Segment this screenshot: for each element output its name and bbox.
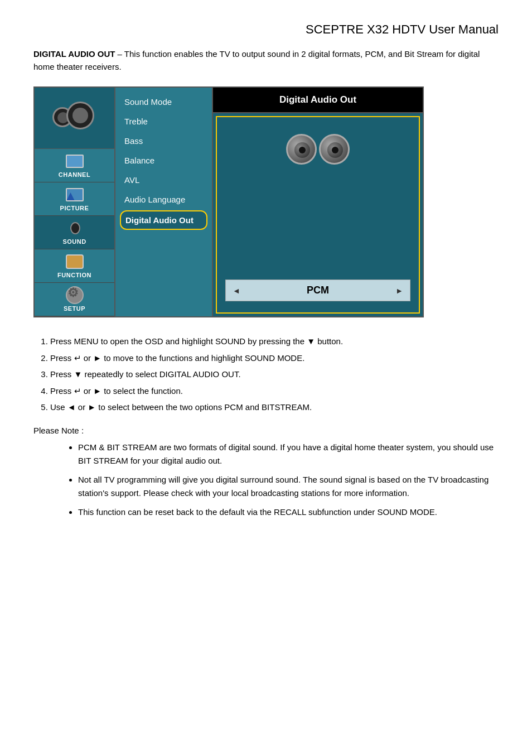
menu-item-function[interactable]: FUNCTION	[35, 249, 114, 283]
audio-language-item[interactable]: Audio Language	[115, 190, 212, 209]
sound-icon-shape	[66, 220, 84, 236]
sound-mode-item[interactable]: Sound Mode	[115, 92, 212, 112]
step-4: Press ↵ or ► to select the function.	[50, 384, 499, 398]
pcm-right-arrow[interactable]: ►	[395, 286, 403, 295]
osd-speaker-image	[35, 88, 114, 149]
digital-audio-out-item[interactable]: Digital Audio Out	[120, 210, 207, 230]
channel-icon	[65, 153, 85, 170]
digital-audio-out-header: Digital Audio Out	[213, 88, 423, 113]
menu-item-picture[interactable]: PICTURE	[35, 182, 114, 216]
channel-label: CHANNEL	[59, 171, 90, 178]
right-speaker-icon	[319, 134, 350, 165]
osd-ui: CHANNEL PICTURE SOUND FUNCTION	[33, 86, 424, 317]
setup-label: SETUP	[64, 305, 85, 312]
menu-item-sound[interactable]: SOUND	[35, 216, 114, 249]
step-5: Use ◄ or ► to select between the two opt…	[50, 400, 499, 415]
osd-left-panel: CHANNEL PICTURE SOUND FUNCTION	[35, 88, 115, 316]
picture-icon-shape	[66, 188, 84, 201]
audio-speakers-illustration	[286, 134, 350, 165]
balance-item[interactable]: Balance	[115, 151, 212, 170]
digital-audio-out-content: ◄ PCM ►	[216, 116, 420, 314]
step-2: Press ↵ or ► to move to the functions an…	[50, 351, 499, 365]
notes-title: Please Note :	[33, 426, 499, 435]
pcm-value: PCM	[307, 285, 329, 296]
notes-list: PCM & BIT STREAM are two formats of digi…	[33, 441, 499, 519]
menu-item-setup[interactable]: SETUP	[35, 283, 114, 316]
note-2: Not all TV programming will give you dig…	[78, 473, 499, 500]
big-speaker	[66, 102, 94, 129]
setup-icon-shape	[66, 286, 84, 304]
sound-icon	[65, 220, 85, 237]
note-1: PCM & BIT STREAM are two formats of digi…	[78, 441, 499, 468]
setup-icon	[65, 287, 85, 304]
step-1: Press MENU to open the OSD and highlight…	[50, 334, 499, 349]
page-title: SCEPTRE X32 HDTV User Manual	[33, 22, 499, 37]
avl-item[interactable]: AVL	[115, 170, 212, 190]
osd-middle-panel: Sound Mode Treble Bass Balance AVL Audio…	[115, 88, 213, 316]
sound-body	[70, 222, 80, 234]
instructions-section: Press MENU to open the OSD and highlight…	[33, 334, 499, 415]
picture-icon	[65, 186, 85, 203]
note-3: This function can be reset back to the d…	[78, 505, 499, 519]
function-icon-shape	[66, 254, 84, 269]
function-icon	[65, 253, 85, 270]
speaker-illustration	[50, 96, 100, 141]
osd-right-panel: Digital Audio Out ◄ PCM ►	[213, 88, 423, 316]
treble-item[interactable]: Treble	[115, 112, 212, 131]
step-3: Press ▼ repeatedly to select DIGITAL AUD…	[50, 367, 499, 382]
intro-bold: DIGITAL AUDIO OUT	[33, 49, 115, 59]
left-speaker-icon	[286, 134, 317, 165]
channel-icon-shape	[66, 155, 84, 168]
function-label: FUNCTION	[57, 272, 91, 278]
picture-label: PICTURE	[60, 205, 89, 211]
pcm-selector[interactable]: ◄ PCM ►	[225, 280, 410, 301]
notes-section: Please Note : PCM & BIT STREAM are two f…	[33, 426, 499, 519]
bass-item[interactable]: Bass	[115, 131, 212, 151]
steps-list: Press MENU to open the OSD and highlight…	[33, 334, 499, 415]
menu-item-channel[interactable]: CHANNEL	[35, 149, 114, 182]
sound-label: SOUND	[62, 238, 86, 245]
intro-paragraph: DIGITAL AUDIO OUT – This function enable…	[33, 48, 499, 73]
pcm-left-arrow[interactable]: ◄	[233, 286, 240, 295]
